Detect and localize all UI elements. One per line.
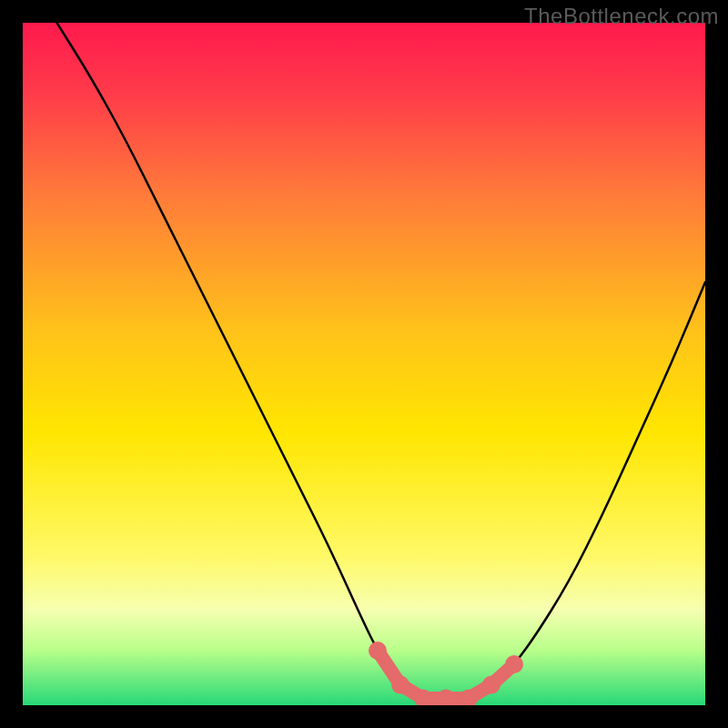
bottleneck-chart xyxy=(23,23,705,705)
plot-area xyxy=(23,23,705,705)
gradient-background xyxy=(23,23,705,705)
optimal-marker xyxy=(391,676,410,694)
optimal-marker xyxy=(482,676,500,694)
optimal-marker xyxy=(369,642,387,660)
chart-container: TheBottleneck.com xyxy=(0,0,728,728)
watermark-text: TheBottleneck.com xyxy=(524,4,719,29)
optimal-marker xyxy=(505,655,523,673)
